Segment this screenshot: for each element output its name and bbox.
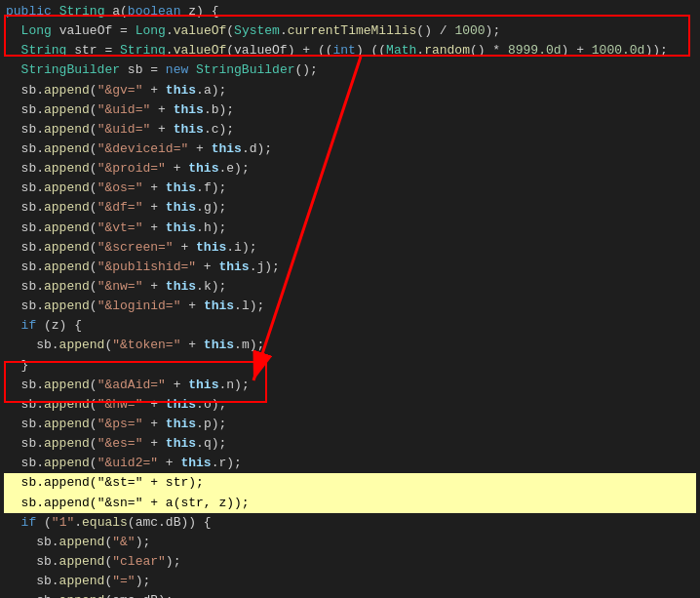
code-line-30: sb.append("="); xyxy=(4,572,696,591)
code-line-15: sb.append("&nw=" + this.k); xyxy=(4,277,696,297)
code-line-16: sb.append("&loginid=" + this.l); xyxy=(4,297,696,316)
code-line-11: sb.append("&df=" + this.g); xyxy=(4,198,696,218)
code-line-1: public String a(boolean z) { xyxy=(4,2,696,21)
code-line-13: sb.append("&screen=" + this.i); xyxy=(4,238,696,258)
code-line-19: } xyxy=(4,356,696,376)
code-line-25: sb.append("&st=" + str); xyxy=(4,473,696,493)
code-line-21: sb.append("&hw=" + this.o); xyxy=(4,395,696,415)
code-line-5: sb.append("&gv=" + this.a); xyxy=(4,81,696,100)
code-line-4: StringBuilder sb = new StringBuilder(); xyxy=(4,60,696,80)
code-line-8: sb.append("&deviceid=" + this.d); xyxy=(4,140,696,159)
code-line-18: sb.append("&token=" + this.m); xyxy=(4,336,696,355)
code-line-27: if ("1".equals(amc.dB)) { xyxy=(4,513,696,533)
code-line-17: if (z) { xyxy=(4,316,696,336)
code-line-20: sb.append("&adAid=" + this.n); xyxy=(4,376,696,395)
code-line-26: sb.append("&sn=" + a(str, z)); xyxy=(4,494,696,513)
code-line-31: sb.append(amc.dB); xyxy=(4,591,696,598)
code-line-12: sb.append("&vt=" + this.h); xyxy=(4,219,696,238)
code-line-23: sb.append("&es=" + this.q); xyxy=(4,434,696,454)
code-line-7: sb.append("&uid=" + this.c); xyxy=(4,120,696,140)
code-line-10: sb.append("&os=" + this.f); xyxy=(4,179,696,198)
code-line-6: sb.append("&uid=" + this.b); xyxy=(4,100,696,120)
code-line-2: Long valueOf = Long.valueOf(System.curre… xyxy=(4,21,696,41)
code-line-24: sb.append("&uid2=" + this.r); xyxy=(4,454,696,473)
code-line-29: sb.append("clear"); xyxy=(4,552,696,572)
code-line-14: sb.append("&publishid=" + this.j); xyxy=(4,258,696,277)
code-container: public String a(boolean z) { Long valueO… xyxy=(0,0,700,598)
code-line-3: String str = String.valueOf(valueOf) + (… xyxy=(4,41,696,60)
code-line-22: sb.append("&ps=" + this.p); xyxy=(4,415,696,434)
code-line-28: sb.append("&"); xyxy=(4,533,696,552)
code-line-9: sb.append("&proid=" + this.e); xyxy=(4,159,696,179)
